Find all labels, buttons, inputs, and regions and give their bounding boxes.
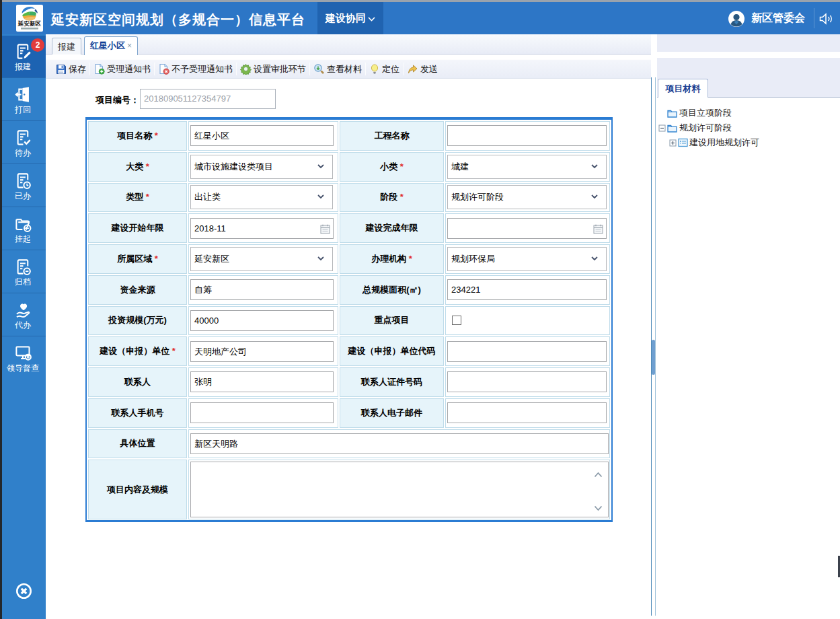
svg-text:延安新区: 延安新区: [17, 20, 42, 27]
